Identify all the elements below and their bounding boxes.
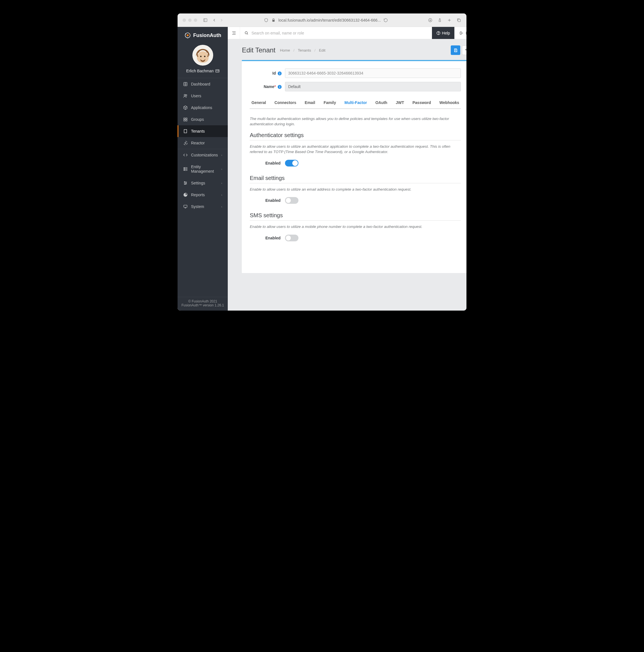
reload-icon[interactable] [383,18,388,23]
nav-forward-icon[interactable] [219,18,224,23]
info-icon[interactable]: i [278,85,282,89]
svg-point-58 [438,34,438,34]
sidebar-item-label: Entity Management [191,165,218,173]
help-button[interactable]: Help [432,27,455,39]
sidebar-item-label: Reports [191,193,205,197]
current-user[interactable]: Erlich Bachman [186,69,220,73]
svg-rect-19 [217,70,219,71]
tab-family[interactable]: Family [323,98,337,109]
name-field[interactable] [285,82,461,91]
content-panel: Id i Name* i GeneralConnectorsEmailFamil… [242,60,466,273]
tab-oauth[interactable]: OAuth [375,98,388,109]
tabs-overview-icon[interactable] [456,18,461,23]
lock-icon [271,18,276,23]
chevron-left-icon: ‹ [221,181,223,185]
email-settings-title: Email settings [250,175,461,183]
sms-enabled-label: Enabled [250,236,285,240]
sliders-icon [183,181,188,185]
sidebar-item-system[interactable]: System‹ [178,201,228,213]
svg-rect-30 [186,120,187,121]
url-bar[interactable]: local.fusionauth.io/admin/tenant/edit/30… [226,18,426,23]
tab-multi-factor[interactable]: Multi-Factor [344,98,367,109]
new-tab-icon[interactable] [447,18,452,23]
tab-connectors[interactable]: Connectors [274,98,297,109]
nav-back-icon[interactable] [212,18,217,23]
sidebar-item-customizations[interactable]: Customizations‹ [178,149,228,161]
toggle-sidebar-button[interactable] [228,27,240,39]
svg-point-42 [184,170,185,170]
info-icon[interactable]: i [278,72,282,75]
sidebar-item-label: System [191,205,204,209]
zoom-window-icon[interactable] [194,19,197,22]
sidebar-item-settings[interactable]: Settings‹ [178,177,228,189]
sidebar-item-tenants[interactable]: Tenants [178,125,228,137]
brand-name: FusionAuth [193,32,221,38]
authenticator-enabled-toggle[interactable] [285,160,299,166]
authenticator-settings-desc: Enable to allow users to utilize an auth… [250,144,461,155]
tab-password[interactable]: Password [412,98,431,109]
svg-point-18 [216,70,217,71]
svg-rect-29 [184,120,185,121]
svg-line-56 [247,33,248,34]
breadcrumb-item[interactable]: Home [280,48,290,52]
breadcrumb-separator: / [293,48,294,52]
svg-point-47 [186,183,186,184]
breadcrumb-item[interactable]: Tenants [298,48,311,52]
sms-enabled-toggle[interactable] [285,235,299,241]
sidebar-nav: DashboardUsersApplicationsGroupsTenantsR… [178,78,228,297]
sidebar-item-reactor[interactable]: Reactor [178,137,228,149]
tab-webhooks[interactable]: Webhooks [439,98,460,109]
id-label: Id i [250,71,285,76]
email-enabled-toggle[interactable] [285,197,299,204]
monitor-icon [183,205,188,209]
logo: FusionAuth [178,27,228,43]
tab-general[interactable]: General [251,98,266,109]
downloads-icon[interactable] [428,18,433,23]
tab-jwt[interactable]: JWT [395,98,405,109]
svg-point-13 [187,37,188,38]
svg-point-11 [189,33,190,34]
sidebar-item-groups[interactable]: Groups [178,113,228,125]
avatar[interactable] [192,45,213,65]
breadcrumb: Home/Tenants/Edit [280,48,325,52]
logout-button[interactable]: Logout [455,27,466,39]
user-name-text: Erlich Bachman [186,69,214,73]
sidebar-item-label: Dashboard [191,82,210,86]
sidebar-item-label: Customizations [191,153,218,157]
sidebar-item-label: Settings [191,181,205,185]
svg-rect-8 [458,19,461,22]
footer-copyright: © FusionAuth 2021 [178,299,228,303]
footer-version: FusionAuth™ version 1.26.1 [178,303,228,307]
close-window-icon[interactable] [183,19,186,22]
code-icon [183,153,188,157]
page-header: Edit Tenant Home/Tenants/Edit [228,39,466,60]
share-icon[interactable] [437,18,442,23]
sidebar-toggle-icon[interactable] [203,18,208,23]
mfa-intro: The multi-factor authentication settings… [250,116,461,127]
sidebar: FusionAuth [178,27,228,310]
svg-point-12 [185,33,186,34]
save-button[interactable] [451,46,460,55]
svg-point-24 [184,94,185,96]
sidebar-item-users[interactable]: Users [178,90,228,102]
sms-settings-desc: Enable to allow users to utilize a mobil… [250,224,461,229]
svg-rect-60 [455,49,456,49]
users-icon [183,93,188,98]
sidebar-item-reports[interactable]: Reports‹ [178,189,228,201]
logout-icon [459,31,463,35]
sidebar-item-label: Users [191,93,201,98]
tab-email[interactable]: Email [304,98,315,109]
logout-label: Logout [466,31,466,35]
reactor-icon [183,141,188,145]
search-input[interactable] [251,31,427,35]
browser-titlebar: local.fusionauth.io/admin/tenant/edit/30… [178,13,466,27]
sidebar-item-entity-management[interactable]: Entity Management‹ [178,161,228,177]
svg-point-16 [204,56,205,57]
svg-rect-49 [184,205,187,208]
sidebar-item-dashboard[interactable]: Dashboard [178,78,228,90]
search-box [240,31,432,35]
minimize-window-icon[interactable] [188,19,191,22]
back-button[interactable] [462,46,466,55]
email-settings-desc: Enable to allow users to utilize an emai… [250,187,461,192]
sidebar-item-applications[interactable]: Applications [178,102,228,113]
